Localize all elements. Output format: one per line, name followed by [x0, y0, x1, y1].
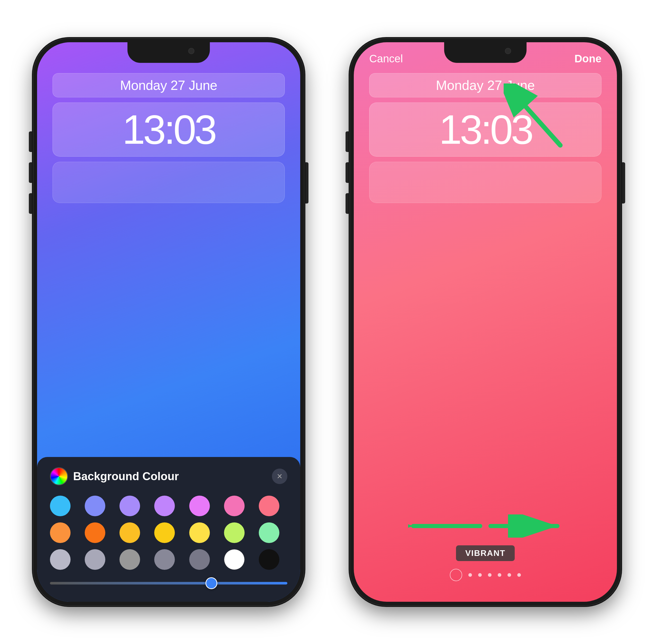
right-lock-content: Monday 27 June 13:03 — [354, 73, 617, 203]
color-swatch[interactable] — [85, 523, 105, 543]
color-swatch[interactable] — [50, 523, 71, 543]
cancel-button[interactable]: Cancel — [367, 50, 405, 68]
color-wheel-icon[interactable] — [50, 467, 68, 485]
slider-track — [50, 582, 287, 584]
date-label: Monday 27 June — [120, 78, 217, 93]
time-label: 13:03 — [122, 107, 215, 153]
page-dots-row — [450, 569, 521, 581]
color-swatch[interactable] — [154, 523, 175, 543]
brightness-slider[interactable] — [50, 580, 287, 586]
color-swatch[interactable] — [259, 549, 279, 570]
color-swatch[interactable] — [189, 496, 210, 516]
camera — [188, 48, 194, 54]
page-dot-4 — [498, 573, 501, 577]
color-swatch[interactable] — [189, 549, 210, 570]
empty-widget — [52, 162, 285, 203]
time-widget: 13:03 — [52, 102, 285, 157]
page-dot-6 — [517, 573, 521, 577]
right-phone: Cancel Done Monday 27 June — [350, 39, 621, 605]
right-notch — [444, 42, 527, 63]
left-screen-bg: Monday 27 June 13:03 Background Colour × — [37, 42, 300, 602]
page-dot-5 — [508, 573, 511, 577]
color-swatch[interactable] — [259, 496, 279, 516]
color-grid — [50, 496, 287, 570]
vibrant-badge: VIBRANT — [456, 545, 515, 561]
panel-title: Background Colour — [73, 470, 267, 483]
notch — [127, 42, 210, 63]
svg-line-1 — [516, 96, 560, 145]
color-swatch[interactable] — [85, 496, 105, 516]
swipe-arrows — [408, 514, 563, 537]
color-swatch[interactable] — [154, 549, 175, 570]
right-empty-widget — [369, 162, 602, 203]
color-swatch[interactable] — [119, 523, 140, 543]
close-button[interactable]: × — [272, 468, 287, 484]
color-swatch[interactable] — [224, 549, 244, 570]
right-camera — [505, 48, 511, 54]
color-swatch[interactable] — [224, 523, 244, 543]
color-swatch[interactable] — [224, 496, 244, 516]
page-dot-2 — [478, 573, 482, 577]
page-dot-1 — [468, 573, 472, 577]
color-swatch[interactable] — [85, 549, 105, 570]
page-dot-3 — [488, 573, 492, 577]
color-swatch[interactable] — [119, 549, 140, 570]
color-swatch[interactable] — [119, 496, 140, 516]
color-picker-panel: Background Colour × — [37, 457, 300, 602]
color-swatch[interactable] — [50, 496, 71, 516]
color-swatch[interactable] — [259, 523, 279, 543]
color-swatch[interactable] — [50, 549, 71, 570]
arrow-up-right-icon — [504, 84, 576, 156]
right-screen-bg: Cancel Done Monday 27 June — [354, 42, 617, 602]
right-bottom: VIBRANT — [354, 514, 617, 581]
date-widget: Monday 27 June — [52, 73, 285, 97]
left-phone: Monday 27 June 13:03 Background Colour × — [33, 39, 304, 605]
lock-content: Monday 27 June 13:03 — [37, 73, 300, 203]
panel-header: Background Colour × — [50, 467, 287, 485]
color-swatch[interactable] — [154, 496, 175, 516]
color-swatch[interactable] — [189, 523, 210, 543]
home-indicator — [450, 569, 462, 581]
done-button[interactable]: Done — [572, 50, 604, 68]
right-screen: Cancel Done Monday 27 June — [354, 42, 617, 602]
left-screen: Monday 27 June 13:03 Background Colour × — [37, 42, 300, 602]
slider-thumb[interactable] — [206, 577, 217, 589]
